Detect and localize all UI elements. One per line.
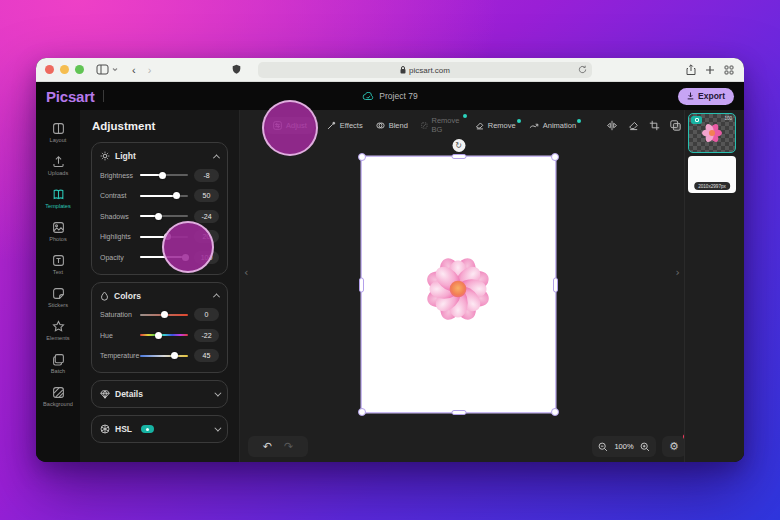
canvas-area: Adjust Effects Blend Remove BG [240,110,684,462]
hue-slider[interactable] [140,334,188,336]
slider-handle[interactable] [159,172,166,179]
flower-image[interactable] [423,257,493,321]
close-window-button[interactable] [45,65,54,74]
selection-handle-top-left[interactable] [358,153,366,161]
canvas-page[interactable]: ↻ [362,157,555,412]
shadows-slider[interactable] [140,215,188,217]
section-label: HSL [115,424,132,434]
saturation-slider[interactable] [140,314,188,316]
zoom-out-button[interactable] [598,442,608,452]
colors-section-header[interactable]: Colors [100,287,219,305]
slider-handle[interactable] [161,311,168,318]
privacy-shield-icon[interactable] [232,64,241,75]
history-controls: ↶ ↷ [248,436,308,457]
picsart-editor: Picsart Project 79 Export Layout [36,82,744,462]
sidebar-item-photos[interactable]: Photos [36,215,80,248]
sidebar-item-text[interactable]: Text [36,248,80,281]
slider-handle[interactable] [155,213,162,220]
selection-handle-right[interactable] [553,277,558,292]
canvas-settings-button[interactable]: ⚙ [662,436,686,457]
duplicate-icon[interactable] [670,120,681,131]
maximize-window-button[interactable] [75,65,84,74]
project-name[interactable]: Project 79 [362,82,417,110]
zoom-level[interactable]: 100% [614,442,633,451]
tab-overview-icon[interactable] [724,65,734,75]
slider-row-shadows: Shadows -24 [100,206,219,227]
hsl-section[interactable]: HSL [91,415,228,443]
address-bar[interactable]: picsart.com [258,62,592,78]
details-section[interactable]: Details [91,380,228,408]
light-section-header[interactable]: Light [100,147,219,165]
layer-thumbnail-selected[interactable]: 100 [688,113,736,153]
adjustment-panel: Adjustment Light Brightness -8 [80,110,240,462]
layer-flower-preview [701,123,723,143]
tool-label: Remove BG [432,116,462,134]
sidebar-item-templates[interactable]: Templates [36,182,80,215]
share-icon[interactable] [686,64,696,76]
selection-handle-bottom-right[interactable] [551,408,559,416]
slider-value[interactable]: 0 [194,308,219,321]
sidebar-item-layout[interactable]: Layout [36,116,80,149]
contrast-slider[interactable] [140,195,188,197]
slider-value[interactable]: 50 [194,189,219,202]
new-feature-dot [517,119,521,123]
chevron-down-icon[interactable] [112,67,118,72]
rail-label: Uploads [48,170,69,176]
picsart-logo[interactable]: Picsart [46,88,95,105]
selection-handle-bottom-left[interactable] [358,408,366,416]
forward-button[interactable]: › [148,64,152,76]
page-thumbnail[interactable]: 2010x2997px [688,156,736,193]
slider-handle[interactable] [171,352,178,359]
sidebar-toggle-icon[interactable] [96,64,109,75]
tool-label: Effects [340,121,363,130]
remove-bg-tool-button[interactable]: Remove BG [421,116,462,134]
selection-handle-top[interactable] [451,154,466,159]
rotate-handle[interactable]: ↻ [452,139,465,152]
flip-icon[interactable] [606,120,618,131]
slider-handle[interactable] [155,332,162,339]
crop-icon[interactable] [649,120,660,131]
export-button[interactable]: Export [678,88,734,105]
minimize-window-button[interactable] [60,65,69,74]
selection-handle-top-right[interactable] [551,153,559,161]
sidebar-item-batch[interactable]: Batch [36,347,80,380]
selection-handle-left[interactable] [359,277,364,292]
rail-label: Elements [46,335,69,341]
zoom-in-button[interactable] [640,442,650,452]
panel-title: Adjustment [92,120,228,132]
collapse-left-panel-chevron[interactable]: ‹ [244,266,248,279]
redo-button[interactable]: ↷ [284,441,293,452]
sidebar-item-elements[interactable]: Elements [36,314,80,347]
brightness-slider[interactable] [140,174,188,176]
layer-type-badge-icon [691,116,702,124]
new-tab-icon[interactable] [705,65,715,75]
effects-tool-button[interactable]: Effects [327,121,363,130]
undo-button[interactable]: ↶ [263,441,272,452]
sidebar-item-stickers[interactable]: Stickers [36,281,80,314]
back-button[interactable]: ‹ [132,64,136,76]
export-label: Export [698,91,725,101]
text-icon [52,254,65,267]
highlight-circle-opacity [162,221,214,273]
browser-window: ‹ › picsart.com [36,58,744,462]
expand-right-panel-chevron[interactable]: › [676,266,680,279]
selection-handle-bottom[interactable] [451,410,466,415]
animation-tool-button[interactable]: Animation [529,121,576,130]
sidebar-item-uploads[interactable]: Uploads [36,149,80,182]
temperature-slider[interactable] [140,355,188,357]
blend-tool-button[interactable]: Blend [376,121,408,130]
remove-tool-button[interactable]: Remove [475,121,516,130]
slider-label: Shadows [100,213,140,220]
url-text: picsart.com [409,66,450,75]
sidebar-item-background[interactable]: Background [36,380,80,413]
slider-value[interactable]: -24 [194,210,219,223]
blend-icon [376,121,385,130]
slider-value[interactable]: -8 [194,169,219,182]
slider-handle[interactable] [173,192,180,199]
tool-label: Remove [488,121,516,130]
slider-value[interactable]: 45 [194,349,219,362]
reload-icon[interactable] [578,65,587,74]
slider-value[interactable]: -22 [194,329,219,342]
eraser-tool-icon[interactable] [628,120,639,131]
upload-icon [52,155,65,168]
